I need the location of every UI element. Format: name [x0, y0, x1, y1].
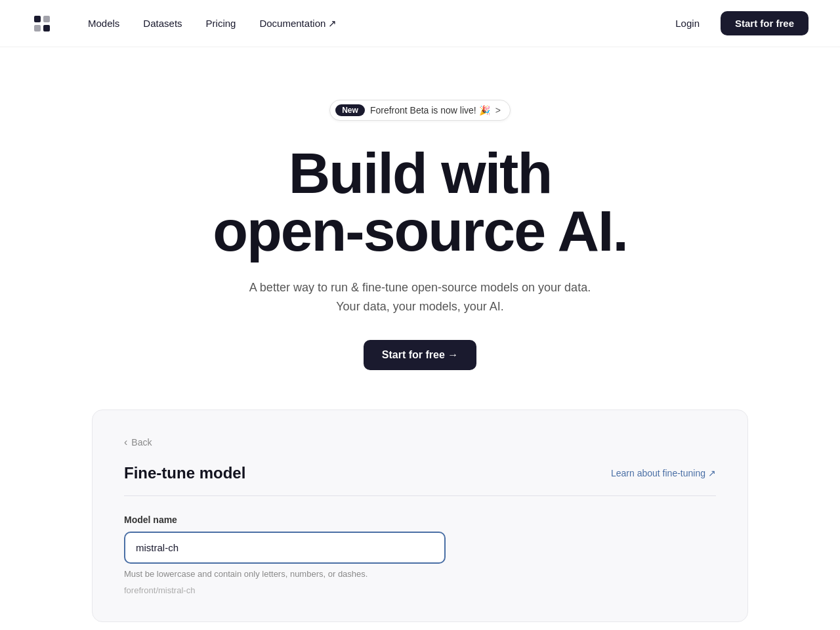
hero-subtitle: A better way to run & fine-tune open-sou… — [249, 278, 591, 316]
learn-fine-tuning-link[interactable]: Learn about fine-tuning ↗ — [611, 468, 716, 478]
back-chevron-icon: ‹ — [124, 436, 127, 448]
model-name-input[interactable] — [124, 532, 446, 564]
model-path-preview: forefront/mistral-ch — [124, 585, 716, 595]
model-name-input-wrapper — [124, 532, 716, 564]
demo-section: ‹ Back Fine-tune model Learn about fine-… — [0, 410, 840, 630]
back-button[interactable]: ‹ Back — [124, 436, 716, 448]
hero-title: Build with open-source AI. — [213, 144, 627, 260]
demo-card-header: Fine-tune model Learn about fine-tuning … — [124, 464, 716, 482]
login-button[interactable]: Login — [662, 12, 713, 34]
nav-documentation[interactable]: Documentation ↗ — [250, 12, 346, 35]
announcement-badge[interactable]: New Forefront Beta is now live! 🎉 > — [329, 100, 511, 121]
badge-new-label: New — [335, 104, 365, 116]
model-name-label: Model name — [124, 514, 716, 525]
nav-actions: Login Start for free — [662, 11, 808, 35]
svg-rect-0 — [34, 16, 41, 22]
badge-announcement-text: Forefront Beta is now live! 🎉 — [370, 105, 490, 116]
start-for-free-button[interactable]: Start for free — [721, 11, 808, 35]
hero-section: New Forefront Beta is now live! 🎉 > Buil… — [0, 47, 840, 410]
card-divider — [124, 495, 716, 496]
svg-rect-1 — [43, 16, 50, 22]
fine-tune-title: Fine-tune model — [124, 464, 245, 482]
nav-models[interactable]: Models — [79, 12, 129, 34]
badge-chevron-icon: > — [495, 105, 501, 116]
nav-pricing[interactable]: Pricing — [197, 12, 245, 34]
nav-links: Models Datasets Pricing Documentation ↗ — [79, 12, 662, 35]
nav-datasets[interactable]: Datasets — [134, 12, 191, 34]
svg-rect-3 — [43, 25, 50, 32]
svg-rect-2 — [34, 25, 41, 32]
logo[interactable] — [32, 13, 52, 34]
navbar: Models Datasets Pricing Documentation ↗ … — [0, 0, 840, 47]
external-link-icon: ↗ — [328, 18, 337, 30]
learn-external-icon: ↗ — [708, 468, 716, 478]
back-label: Back — [131, 437, 152, 448]
model-name-field: Model name Must be lowercase and contain… — [124, 514, 716, 595]
model-name-hint: Must be lowercase and contain only lette… — [124, 569, 716, 579]
hero-start-button[interactable]: Start for free → — [364, 340, 476, 370]
fine-tune-card: ‹ Back Fine-tune model Learn about fine-… — [92, 410, 748, 622]
